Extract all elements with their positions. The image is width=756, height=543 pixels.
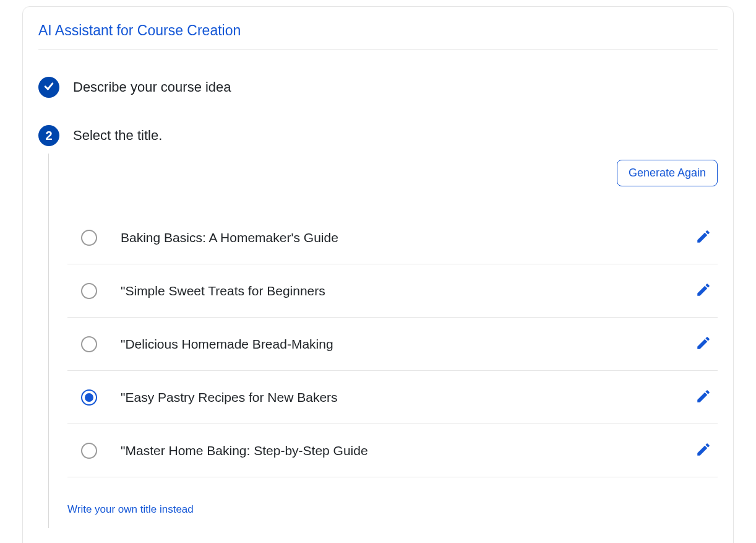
radio-button[interactable] <box>81 443 97 459</box>
check-icon <box>43 80 55 95</box>
title-option-list: Baking Basics: A Homemaker's Guide "Simp… <box>67 211 718 477</box>
pencil-icon <box>695 282 711 300</box>
radio-button[interactable] <box>81 336 97 352</box>
step-1[interactable]: Describe your course idea <box>38 77 718 98</box>
title-option-label[interactable]: "Simple Sweet Treats for Beginners <box>121 284 693 298</box>
title-option-label[interactable]: Baking Basics: A Homemaker's Guide <box>121 230 693 245</box>
pencil-icon <box>695 441 711 459</box>
pencil-icon <box>695 228 711 246</box>
radio-button[interactable] <box>81 283 97 299</box>
title-option: "Delicious Homemade Bread-Making <box>67 318 718 371</box>
step-2-title: Select the title. <box>73 128 162 144</box>
pencil-icon <box>695 388 711 406</box>
title-option-label[interactable]: "Easy Pastry Recipes for New Bakers <box>121 390 693 405</box>
edit-title-button[interactable] <box>693 279 714 302</box>
ai-assistant-panel: AI Assistant for Course Creation Describ… <box>22 6 734 543</box>
panel-title: AI Assistant for Course Creation <box>38 22 718 50</box>
step-2-indicator: 2 <box>38 125 59 146</box>
title-option: "Easy Pastry Recipes for New Bakers <box>67 371 718 424</box>
step-1-indicator <box>38 77 59 98</box>
generate-again-row: Generate Again <box>67 160 718 186</box>
edit-title-button[interactable] <box>693 386 714 409</box>
edit-title-button[interactable] <box>693 226 714 249</box>
title-option-label[interactable]: "Master Home Baking: Step-by-Step Guide <box>121 443 693 458</box>
generate-again-button[interactable]: Generate Again <box>617 160 718 186</box>
edit-title-button[interactable] <box>693 439 714 462</box>
step-2: 2 Select the title. <box>38 125 718 146</box>
step-2-body: Generate Again Baking Basics: A Homemake… <box>48 154 718 528</box>
pencil-icon <box>695 335 711 353</box>
title-option-label[interactable]: "Delicious Homemade Bread-Making <box>121 337 693 352</box>
radio-button[interactable] <box>81 389 97 406</box>
step-2-number: 2 <box>45 129 52 142</box>
title-option: Baking Basics: A Homemaker's Guide <box>67 211 718 264</box>
edit-title-button[interactable] <box>693 332 714 355</box>
radio-button[interactable] <box>81 230 97 246</box>
write-own-title-link[interactable]: Write your own title instead <box>67 503 194 516</box>
title-option: "Simple Sweet Treats for Beginners <box>67 264 718 318</box>
title-option: "Master Home Baking: Step-by-Step Guide <box>67 424 718 477</box>
step-1-title: Describe your course idea <box>73 79 231 95</box>
